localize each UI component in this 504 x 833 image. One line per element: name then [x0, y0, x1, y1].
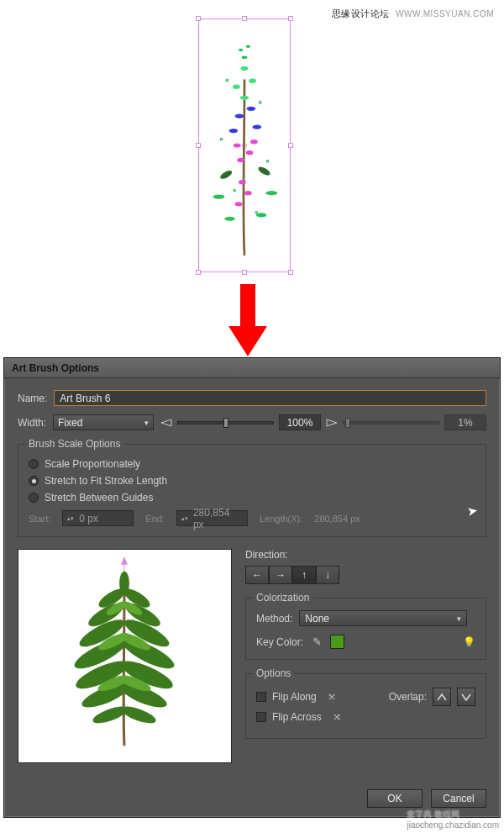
name-label: Name:	[18, 393, 47, 404]
svg-point-21	[242, 56, 248, 59]
svg-rect-29	[255, 212, 258, 214]
width-slider[interactable]	[177, 421, 274, 424]
length-label: Length(X):	[260, 514, 302, 524]
svg-point-16	[249, 79, 256, 83]
svg-point-5	[257, 166, 271, 177]
svg-point-2	[213, 194, 224, 198]
cancel-button[interactable]: Cancel	[431, 789, 486, 808]
svg-point-19	[244, 191, 252, 195]
svg-point-13	[247, 107, 255, 111]
svg-point-11	[253, 125, 261, 129]
svg-rect-26	[220, 138, 223, 140]
svg-point-7	[246, 150, 254, 155]
handle-top-right[interactable]	[288, 16, 293, 21]
width-mode-dropdown[interactable]: Fixed	[53, 414, 154, 430]
radio-scale-proportionately[interactable]: Scale Proportionately	[29, 458, 475, 470]
watermark: 查字典 教程网 jiaocheng.chazidian.com	[407, 809, 499, 830]
red-arrow-down	[230, 284, 265, 358]
watermark-brand: 查字典 教程网	[407, 809, 499, 820]
flip-along-icon: ⤧	[328, 691, 336, 703]
width-variation-slider[interactable]	[343, 421, 439, 424]
direction-right[interactable]: →	[269, 566, 292, 584]
flip-across-label: Flip Across	[272, 711, 322, 723]
handle-mid-left[interactable]	[196, 143, 201, 148]
header-cn: 思缘设计论坛	[332, 8, 390, 18]
handle-bottom-right[interactable]	[288, 270, 293, 275]
method-dropdown[interactable]: None	[299, 610, 467, 626]
svg-point-15	[233, 85, 240, 89]
keycolor-swatch[interactable]	[330, 635, 344, 649]
direction-down[interactable]: ↓	[316, 566, 339, 584]
svg-point-8	[234, 143, 241, 147]
end-label: End:	[145, 514, 165, 524]
name-input[interactable]	[54, 390, 486, 406]
start-label: Start:	[29, 514, 50, 524]
lavender-artwork	[204, 24, 285, 266]
radio-stretch-between-guides[interactable]: Stretch Between Guides	[29, 492, 475, 503]
ok-button[interactable]: OK	[367, 789, 423, 808]
selection-bounding-box[interactable]	[198, 18, 291, 272]
radio-stretch-fit-stroke[interactable]: Stretch to Fit Stroke Length	[29, 475, 475, 487]
flip-along-label: Flip Along	[272, 691, 317, 703]
canvas-selected-artwork[interactable]	[195, 15, 294, 276]
overlap-outer-button[interactable]	[457, 688, 475, 706]
svg-marker-52	[121, 556, 128, 565]
svg-point-9	[250, 140, 258, 144]
svg-point-3	[265, 191, 277, 195]
brush-scale-options-group: Brush Scale Options Scale Proportionatel…	[18, 444, 486, 537]
handle-bottom-left[interactable]	[196, 270, 201, 275]
brush-scale-legend: Brush Scale Options	[25, 438, 123, 450]
handle-top-left[interactable]	[196, 16, 201, 21]
options-legend: Options	[253, 667, 294, 679]
svg-rect-25	[259, 102, 261, 104]
svg-point-23	[246, 45, 250, 47]
end-input: ▴▾280,854 px	[176, 510, 248, 526]
svg-point-6	[237, 158, 244, 162]
tips-icon[interactable]: 💡	[463, 636, 475, 648]
svg-point-45	[119, 703, 158, 726]
colorization-group: Colorization Method: None Key Color: ✎ 💡	[245, 598, 486, 660]
keycolor-label: Key Color:	[256, 636, 303, 648]
svg-rect-27	[266, 160, 269, 162]
length-value: 280,854 px	[314, 514, 360, 524]
flip-along-checkbox[interactable]	[256, 692, 266, 702]
colorization-legend: Colorization	[253, 592, 312, 604]
dialog-title[interactable]: Art Brush Options	[4, 358, 500, 378]
svg-point-10	[229, 129, 238, 133]
brush-preview	[18, 549, 232, 763]
options-group: Options Flip Along ⤧ Overlap: Flip Acros…	[245, 673, 486, 739]
width-label: Width:	[18, 417, 46, 429]
direction-label: Direction:	[245, 549, 486, 561]
flip-across-icon: ⤨	[333, 711, 341, 723]
handle-bottom-mid[interactable]	[242, 270, 247, 275]
svg-point-20	[235, 202, 243, 206]
flip-across-checkbox[interactable]	[256, 712, 266, 722]
direction-segmented: ← → ↑ ↓	[245, 566, 486, 584]
svg-point-17	[241, 66, 249, 71]
overlap-label: Overlap:	[389, 691, 427, 703]
width-value[interactable]: 100%	[279, 414, 321, 430]
handle-top-mid[interactable]	[242, 16, 247, 21]
svg-rect-28	[234, 189, 236, 192]
width-profile-icon-right	[326, 418, 338, 428]
svg-point-12	[235, 113, 244, 118]
eyedropper-icon[interactable]: ✎	[310, 635, 323, 649]
handle-mid-right[interactable]	[288, 143, 293, 148]
watermark-url: jiaocheng.chazidian.com	[407, 820, 499, 830]
page-header: 思缘设计论坛 WWW.MISSYUAN.COM	[332, 8, 494, 20]
start-input: ▴▾0 px	[62, 510, 134, 526]
header-en: WWW.MISSYUAN.COM	[396, 9, 494, 18]
direction-up[interactable]: ↑	[292, 566, 316, 584]
svg-point-22	[239, 49, 243, 51]
art-brush-options-dialog: Art Brush Options Name: Width: Fixed 100…	[3, 357, 501, 818]
svg-point-18	[239, 180, 246, 184]
method-label: Method:	[256, 613, 292, 625]
width-variation-value[interactable]: 1%	[444, 414, 486, 430]
overlap-inner-button[interactable]	[433, 688, 451, 706]
svg-point-0	[224, 217, 234, 221]
svg-point-14	[240, 96, 249, 100]
svg-rect-24	[226, 79, 228, 82]
svg-point-4	[219, 169, 234, 181]
direction-left[interactable]: ←	[245, 566, 269, 584]
width-profile-icon-left	[160, 418, 172, 428]
